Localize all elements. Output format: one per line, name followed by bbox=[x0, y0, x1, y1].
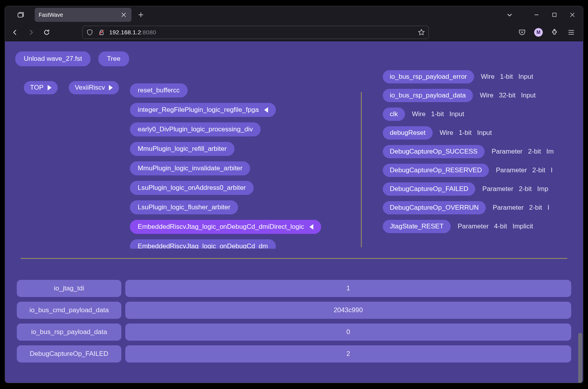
chevron-right-icon bbox=[109, 85, 113, 90]
signal-meta: Wire32-bitInput bbox=[480, 92, 536, 99]
tree-node[interactable]: LsuPlugin_logic_flusher_arbiter bbox=[130, 200, 238, 214]
wave-row: io_bus_cmd_payload_data2043c990 bbox=[17, 302, 571, 319]
chevron-right-icon bbox=[48, 85, 52, 90]
breadcrumb-item[interactable]: VexiiRiscv bbox=[69, 81, 119, 94]
breadcrumb-label: TOP bbox=[30, 84, 44, 92]
tree-node[interactable]: MmuPlugin_logic_refill_arbiter bbox=[130, 142, 234, 156]
tree-node-label: reset_buffercc bbox=[138, 87, 179, 94]
signal-row: JtagState_RESETParameter4-bitImplicit bbox=[383, 220, 578, 233]
wave-name[interactable]: io_bus_rsp_payload_data bbox=[17, 324, 121, 341]
tree-node-label: EmbeddedRiscvJtag_logic_onDebugCd_dmiDir… bbox=[138, 223, 304, 231]
wave-area: io_jtag_tdi1io_bus_cmd_payload_data2043c… bbox=[5, 259, 583, 362]
signal-row: DebugCaptureOp_SUCCESSParameter2-bitIm bbox=[383, 145, 578, 158]
signal-pill[interactable]: JtagState_RESET bbox=[383, 220, 451, 233]
breadcrumb-label: VexiiRiscv bbox=[75, 84, 105, 92]
tree-node-label: LsuPlugin_logic_onAddress0_arbiter bbox=[138, 184, 246, 192]
close-window-button[interactable] bbox=[563, 6, 581, 23]
wave-value[interactable]: 2 bbox=[125, 345, 571, 362]
shield-icon[interactable] bbox=[86, 28, 94, 36]
tree-node[interactable]: MmuPlugin_logic_invalidate_arbiter bbox=[130, 161, 250, 175]
tree-node[interactable]: early0_DivPlugin_logic_processing_div bbox=[130, 122, 261, 136]
tree-node-label: MmuPlugin_logic_invalidate_arbiter bbox=[138, 164, 242, 172]
signal-row: clkWire1-bitInput bbox=[383, 108, 578, 121]
signal-row: debugResetWire1-bitInput bbox=[383, 126, 578, 140]
insecure-lock-icon[interactable] bbox=[98, 28, 105, 36]
signal-meta: Wire1-bitInput bbox=[412, 110, 464, 118]
reload-button[interactable] bbox=[39, 25, 53, 39]
tree-node-label: integer_RegFilePlugin_logic_regfile_fpga bbox=[138, 106, 259, 114]
breadcrumb-item[interactable]: TOP bbox=[24, 81, 58, 94]
tree-node-label: EmbeddedRiscvJtag_logic_onDebugCd_dm bbox=[138, 242, 268, 249]
forward-button[interactable] bbox=[24, 25, 38, 39]
wave-row: DebugCaptureOp_FAILED2 bbox=[17, 345, 571, 362]
signal-meta: Parameter2-bitI bbox=[493, 204, 549, 212]
signal-pill[interactable]: io_bus_rsp_payload_error bbox=[383, 70, 474, 83]
app-content: Unload wave_27.fst Tree TOPVexiiRiscv re… bbox=[5, 41, 583, 383]
back-button[interactable] bbox=[8, 25, 22, 39]
svg-rect-0 bbox=[18, 13, 23, 17]
signal-column: io_bus_rsp_payload_errorWire1-bitInputio… bbox=[383, 70, 578, 233]
wave-name[interactable]: DebugCaptureOp_FAILED bbox=[17, 345, 121, 362]
wave-value[interactable]: 1 bbox=[125, 280, 571, 297]
tree-button[interactable]: Tree bbox=[98, 51, 129, 66]
browser-tab[interactable]: FastWave bbox=[35, 8, 131, 22]
wave-value[interactable]: 2043c990 bbox=[125, 302, 571, 319]
tabs-dropdown-icon[interactable] bbox=[503, 8, 517, 22]
navbar: 192.168.1.2:8080 M bbox=[5, 23, 583, 41]
vertical-scrollbar[interactable] bbox=[578, 333, 582, 383]
breadcrumb-column: TOPVexiiRiscv bbox=[24, 81, 119, 253]
bookmark-star-icon[interactable] bbox=[417, 28, 425, 36]
tree-node-label: LsuPlugin_logic_flusher_arbiter bbox=[138, 203, 230, 211]
tree-node[interactable]: EmbeddedRiscvJtag_logic_onDebugCd_dmiDir… bbox=[130, 220, 321, 234]
signal-pill[interactable]: io_bus_rsp_payload_data bbox=[383, 89, 473, 102]
signal-meta: Parameter2-bitImp bbox=[482, 185, 548, 193]
extensions-icon[interactable] bbox=[548, 25, 562, 39]
tree-node[interactable]: EmbeddedRiscvJtag_logic_onDebugCd_dm bbox=[130, 239, 276, 249]
wave-row: io_jtag_tdi1 bbox=[17, 280, 571, 297]
unload-button[interactable]: Unload wave_27.fst bbox=[15, 51, 91, 66]
tree-node[interactable]: integer_RegFilePlugin_logic_regfile_fpga bbox=[130, 103, 276, 117]
chevron-left-icon bbox=[264, 107, 268, 113]
tree-node[interactable]: LsuPlugin_logic_onAddress0_arbiter bbox=[130, 181, 254, 195]
vertical-divider bbox=[361, 92, 362, 247]
signal-row: DebugCaptureOp_OVERRUNParameter2-bitI bbox=[383, 201, 578, 214]
signal-meta: Wire1-bitInput bbox=[481, 73, 533, 81]
tree-column: reset_bufferccinteger_RegFilePlugin_logi… bbox=[130, 81, 321, 249]
signal-meta: Parameter2-bitI bbox=[496, 166, 552, 174]
signal-pill[interactable]: clk bbox=[383, 108, 405, 121]
minimize-button[interactable] bbox=[528, 6, 545, 23]
signal-row: io_bus_rsp_payload_dataWire32-bitInput bbox=[383, 89, 578, 102]
svg-rect-1 bbox=[553, 13, 556, 17]
new-tab-button[interactable] bbox=[134, 8, 148, 22]
url-bar[interactable]: 192.168.1.2:8080 bbox=[82, 26, 429, 39]
tab-overview-icon[interactable] bbox=[7, 11, 35, 18]
wave-row: io_bus_rsp_payload_data0 bbox=[17, 324, 571, 341]
signal-pill[interactable]: DebugCaptureOp_FAILED bbox=[383, 182, 475, 196]
signal-row: DebugCaptureOp_FAILEDParameter2-bitImp bbox=[383, 182, 578, 196]
signal-meta: Parameter2-bitIm bbox=[492, 148, 554, 156]
signal-pill[interactable]: debugReset bbox=[383, 126, 433, 140]
pocket-icon[interactable] bbox=[515, 25, 529, 39]
wave-name[interactable]: io_bus_cmd_payload_data bbox=[17, 302, 121, 319]
chevron-left-icon bbox=[309, 224, 313, 230]
maximize-button[interactable] bbox=[545, 6, 563, 23]
signal-row: io_bus_rsp_payload_errorWire1-bitInput bbox=[383, 70, 578, 83]
tree-node[interactable]: reset_buffercc bbox=[130, 83, 187, 97]
tree-node-label: MmuPlugin_logic_refill_arbiter bbox=[138, 145, 227, 153]
account-avatar[interactable]: M bbox=[531, 25, 545, 39]
url-text: 192.168.1.2:8080 bbox=[109, 29, 156, 35]
signal-pill[interactable]: DebugCaptureOp_SUCCESS bbox=[383, 145, 485, 158]
signal-row: DebugCaptureOp_RESERVEDParameter2-bitI bbox=[383, 164, 578, 177]
wave-value[interactable]: 0 bbox=[125, 324, 571, 341]
wave-name[interactable]: io_jtag_tdi bbox=[17, 280, 121, 297]
tab-title: FastWave bbox=[39, 12, 63, 18]
titlebar: FastWave bbox=[5, 6, 583, 23]
tree-node-label: early0_DivPlugin_logic_processing_div bbox=[138, 126, 253, 133]
signal-pill[interactable]: DebugCaptureOp_RESERVED bbox=[383, 164, 489, 177]
close-tab-icon[interactable] bbox=[120, 11, 128, 19]
signal-pill[interactable]: DebugCaptureOp_OVERRUN bbox=[383, 201, 486, 214]
menu-icon[interactable] bbox=[564, 25, 578, 39]
signal-meta: Parameter4-bitImplicit bbox=[458, 223, 533, 230]
signal-meta: Wire1-bitInput bbox=[440, 129, 492, 137]
